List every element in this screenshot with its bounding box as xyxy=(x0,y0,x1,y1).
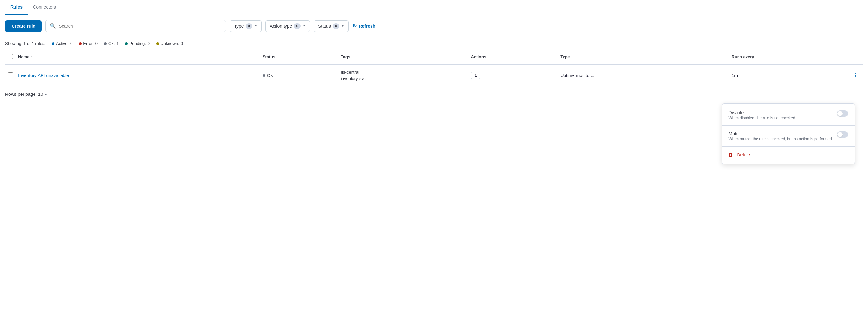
ok-dot-icon xyxy=(104,42,107,45)
active-stat: Active: 0 xyxy=(52,41,72,46)
pagination-bar: Rows per page: 10 ▼ xyxy=(0,86,868,102)
more-dot-2-icon xyxy=(855,75,856,76)
delete-menu-item[interactable]: 🗑 Delete xyxy=(722,148,855,162)
tab-connectors[interactable]: Connectors xyxy=(28,0,61,15)
status-filter-label: Status xyxy=(318,24,331,29)
type-filter-button[interactable]: Type 0 ▼ xyxy=(230,20,261,32)
action-type-filter-label: Action type xyxy=(270,24,292,29)
status-cell: Ok xyxy=(262,73,336,78)
select-all-checkbox[interactable] xyxy=(8,54,13,59)
page-wrapper: Rules Connectors Create rule 🔍 Type 0 ▼ … xyxy=(0,0,868,309)
col-runs-every: Runs every xyxy=(729,50,850,64)
table-row: Inventory API unavailable Ok us-central,… xyxy=(5,64,863,86)
unknown-stat: Unknown: 0 xyxy=(156,41,183,46)
runs-every-cell: 1m xyxy=(729,64,850,86)
type-filter-label: Type xyxy=(234,24,244,29)
pending-dot-icon xyxy=(125,42,128,45)
tags-cell: us-central,inventory-svc xyxy=(341,69,466,82)
row-checkbox[interactable] xyxy=(8,72,13,77)
rows-per-page-chevron-icon: ▼ xyxy=(44,92,48,96)
mute-toggle[interactable] xyxy=(837,131,848,138)
menu-divider xyxy=(722,125,855,126)
context-menu: Disable When disabled, the rule is not c… xyxy=(722,103,855,165)
mute-menu-content: Mute When muted, the rule is checked, bu… xyxy=(728,131,833,141)
delete-label: Delete xyxy=(737,152,750,158)
pending-stat: Pending: 0 xyxy=(125,41,150,46)
more-dot-3-icon xyxy=(855,77,856,77)
name-sort-icon[interactable]: ↑ xyxy=(31,55,33,59)
table-header: Name ↑ Status Tags Actions Type xyxy=(5,50,863,64)
mute-menu-title: Mute xyxy=(728,131,833,136)
active-dot-icon xyxy=(52,42,55,45)
search-icon: 🔍 xyxy=(50,23,56,29)
disable-menu-desc: When disabled, the rule is not checked. xyxy=(728,116,833,120)
refresh-icon: ↻ xyxy=(352,23,357,29)
col-type: Type xyxy=(558,50,729,64)
status-filter-button[interactable]: Status 0 ▼ xyxy=(314,20,349,32)
col-tags: Tags xyxy=(338,50,468,64)
type-filter-badge: 0 xyxy=(246,23,253,29)
more-dot-1-icon xyxy=(855,73,856,74)
rows-per-page-selector[interactable]: Rows per page: 10 ▼ xyxy=(5,92,48,97)
stats-bar: Showing: 1 of 1 rules. Active: 0 Error: … xyxy=(0,37,868,50)
mute-toggle-knob xyxy=(837,132,842,137)
mute-menu-desc: When muted, the rule is checked, but no … xyxy=(728,137,833,141)
status-filter-badge: 0 xyxy=(333,23,340,29)
col-name: Name ↑ xyxy=(16,50,260,64)
mute-menu-item[interactable]: Mute When muted, the rule is checked, bu… xyxy=(722,127,855,145)
tab-rules[interactable]: Rules xyxy=(5,0,28,15)
unknown-dot-icon xyxy=(156,42,159,45)
col-status: Status xyxy=(260,50,338,64)
action-type-chevron-icon: ▼ xyxy=(303,24,306,28)
action-type-filter-badge: 0 xyxy=(294,23,301,29)
tabs-bar: Rules Connectors xyxy=(0,0,868,15)
menu-divider-2 xyxy=(722,146,855,147)
disable-toggle[interactable] xyxy=(837,110,848,117)
action-type-filter-button[interactable]: Action type 0 ▼ xyxy=(266,20,310,32)
disable-toggle-knob xyxy=(837,111,842,116)
table-body: Inventory API unavailable Ok us-central,… xyxy=(5,64,863,86)
status-ok-dot-icon xyxy=(262,74,265,77)
toolbar: Create rule 🔍 Type 0 ▼ Action type 0 ▼ S… xyxy=(0,15,868,37)
rules-table: Name ↑ Status Tags Actions Type xyxy=(5,50,863,86)
delete-icon: 🗑 xyxy=(728,152,734,158)
ok-stat: Ok: 1 xyxy=(104,41,119,46)
refresh-button[interactable]: ↻ Refresh xyxy=(352,23,375,29)
error-stat: Error: 0 xyxy=(79,41,98,46)
disable-menu-title: Disable xyxy=(728,110,833,115)
rule-name-link[interactable]: Inventory API unavailable xyxy=(18,73,69,78)
col-actions: Actions xyxy=(468,50,558,64)
row-actions-more-button[interactable] xyxy=(852,72,859,79)
showing-text: Showing: 1 of 1 rules. xyxy=(5,41,45,46)
disable-menu-item[interactable]: Disable When disabled, the rule is not c… xyxy=(722,106,855,124)
rules-table-container: Name ↑ Status Tags Actions Type xyxy=(0,50,868,86)
create-rule-button[interactable]: Create rule xyxy=(5,20,41,32)
type-filter-chevron-icon: ▼ xyxy=(254,24,257,28)
disable-menu-content: Disable When disabled, the rule is not c… xyxy=(728,110,833,120)
actions-badge: 1 xyxy=(471,72,480,79)
search-box: 🔍 xyxy=(45,20,226,32)
search-input[interactable] xyxy=(59,24,222,29)
status-chevron-icon: ▼ xyxy=(341,24,344,28)
type-cell: Uptime monitor... xyxy=(558,64,729,86)
error-dot-icon xyxy=(79,42,82,45)
